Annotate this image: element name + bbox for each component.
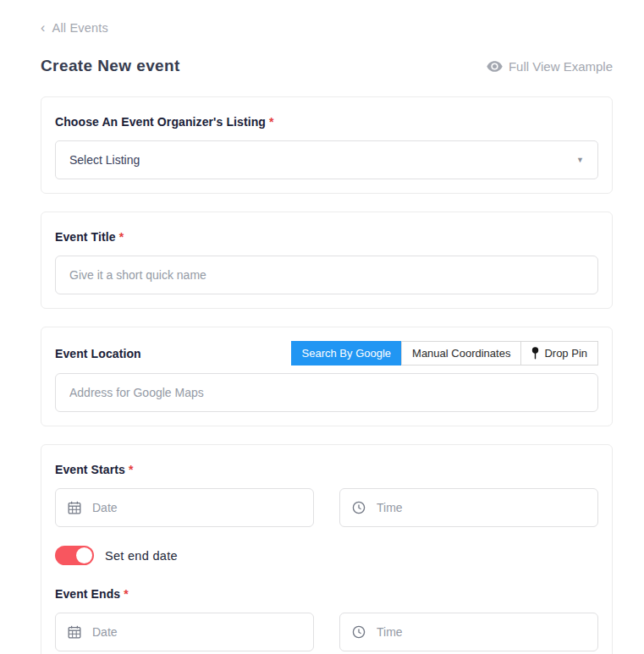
tab-search-by-google[interactable]: Search By Google <box>291 341 403 365</box>
tab-manual-coordinates[interactable]: Manual Coordinates <box>401 341 521 365</box>
event-title-label-text: Event Title <box>55 230 116 244</box>
start-time-input[interactable] <box>375 500 586 515</box>
set-end-date-row: Set end date <box>55 546 598 565</box>
clock-icon <box>352 625 366 639</box>
organizer-listing-label-text: Choose An Event Organizer's Listing <box>55 115 266 129</box>
end-date-field[interactable] <box>55 613 314 651</box>
listing-select-value: Select Listing <box>69 153 140 167</box>
required-asterisk: * <box>124 587 129 601</box>
event-ends-label: Event Ends* <box>55 587 598 601</box>
event-location-card: Event Location Search By Google Manual C… <box>41 327 613 426</box>
toggle-knob <box>76 547 92 563</box>
required-asterisk: * <box>129 463 134 476</box>
tab-search-by-google-label: Search By Google <box>302 346 392 360</box>
tab-drop-pin-label: Drop Pin <box>544 346 587 360</box>
end-date-input[interactable] <box>91 624 301 640</box>
calendar-icon <box>68 625 81 639</box>
organizer-listing-label: Choose An Event Organizer's Listing* <box>55 115 598 129</box>
organizer-listing-card: Choose An Event Organizer's Listing* Sel… <box>41 96 613 194</box>
event-location-label: Event Location <box>55 347 141 360</box>
event-title-card: Event Title* <box>41 212 613 309</box>
breadcrumb-all-events[interactable]: ‹ All Events <box>41 21 108 35</box>
event-starts-row <box>55 488 598 527</box>
clock-icon <box>352 501 366 514</box>
tab-drop-pin[interactable]: Drop Pin <box>520 341 598 365</box>
required-asterisk: * <box>119 230 124 244</box>
required-asterisk: * <box>269 115 274 129</box>
full-view-example-link[interactable]: Full View Example <box>487 59 613 74</box>
event-starts-label-text: Event Starts <box>55 463 125 476</box>
page-header: Create New event Full View Example <box>41 57 613 75</box>
start-time-field[interactable] <box>339 488 598 527</box>
event-ends-row <box>55 613 598 651</box>
address-input[interactable] <box>55 373 598 412</box>
chevron-left-icon: ‹ <box>41 21 46 35</box>
eye-icon <box>487 61 503 72</box>
location-mode-tabs: Search By Google Manual Coordinates Drop… <box>292 341 598 365</box>
chevron-down-icon: ▼ <box>576 156 584 164</box>
event-title-label: Event Title* <box>55 230 598 244</box>
pin-icon <box>531 347 539 360</box>
set-end-date-toggle[interactable] <box>55 546 94 565</box>
end-time-field[interactable] <box>339 613 598 651</box>
event-ends-label-text: Event Ends <box>55 587 120 601</box>
calendar-icon <box>68 501 81 514</box>
tab-manual-coordinates-label: Manual Coordinates <box>412 346 510 360</box>
start-date-input[interactable] <box>91 500 301 515</box>
start-date-field[interactable] <box>55 488 314 527</box>
end-time-input[interactable] <box>375 624 586 640</box>
event-title-input[interactable] <box>55 256 598 294</box>
listing-select[interactable]: Select Listing ▼ <box>55 140 598 179</box>
event-starts-label: Event Starts* <box>55 463 598 476</box>
create-event-page: ‹ All Events Create New event Full View … <box>0 0 644 654</box>
page-title: Create New event <box>41 57 180 75</box>
event-schedule-card: Event Starts* Set end date Ev <box>41 444 613 654</box>
breadcrumb-label: All Events <box>52 21 108 35</box>
set-end-date-label: Set end date <box>105 549 178 563</box>
full-view-label: Full View Example <box>509 59 613 74</box>
event-location-header: Event Location Search By Google Manual C… <box>55 341 598 365</box>
